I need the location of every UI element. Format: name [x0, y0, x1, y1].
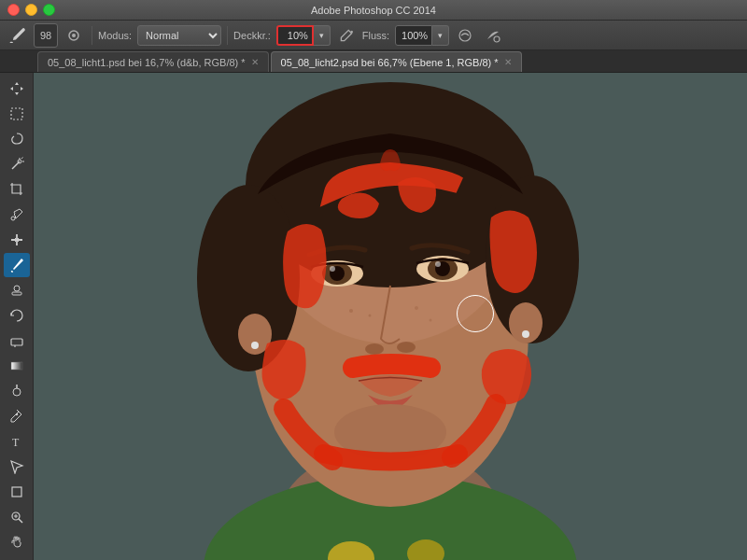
svg-point-41 — [330, 266, 335, 272]
tab-1[interactable]: 05_08_licht2.psd bei 66,7% (Ebene 1, RGB… — [271, 51, 522, 72]
separator-2 — [227, 26, 228, 45]
tool-text[interactable]: T — [4, 429, 30, 454]
svg-point-37 — [522, 330, 529, 338]
svg-point-45 — [435, 261, 441, 267]
svg-point-2 — [459, 30, 471, 41]
tool-eyedropper[interactable] — [4, 203, 30, 227]
svg-point-10 — [14, 286, 20, 291]
mode-select[interactable]: Normal Multiplizieren Abblenden — [137, 25, 221, 46]
separator-1 — [92, 26, 92, 45]
tool-stamp[interactable] — [4, 278, 30, 302]
tool-eraser[interactable] — [4, 329, 30, 353]
tab-1-close[interactable]: ✕ — [504, 57, 512, 67]
extra-brush-icon[interactable] — [481, 23, 505, 48]
window-title: Adobe Photoshop CC 2014 — [311, 5, 436, 16]
svg-rect-13 — [11, 362, 22, 370]
tool-shape[interactable] — [4, 480, 30, 504]
mode-label: Modus: — [98, 30, 132, 41]
tool-magic-wand[interactable] — [4, 152, 30, 176]
tool-gradient[interactable] — [4, 354, 30, 378]
tab-0-close[interactable]: ✕ — [251, 57, 259, 67]
flow-label: Fluss: — [362, 30, 389, 41]
svg-rect-4 — [11, 108, 22, 119]
svg-point-46 — [365, 343, 384, 355]
tool-crop[interactable] — [4, 177, 30, 202]
svg-point-50 — [415, 306, 418, 310]
tool-dodge[interactable] — [4, 379, 30, 403]
svg-point-3 — [494, 36, 500, 42]
tab-0[interactable]: 05_08_licht1.psd bei 16,7% (d&b, RGB/8) … — [37, 51, 269, 72]
smooth-icon[interactable] — [453, 23, 477, 48]
tool-history-brush[interactable] — [4, 303, 30, 328]
tool-pen[interactable] — [4, 404, 30, 428]
tool-zoom[interactable] — [4, 505, 30, 529]
tool-path-select[interactable] — [4, 455, 30, 479]
title-bar: Adobe Photoshop CC 2014 — [0, 0, 747, 21]
svg-rect-18 — [12, 487, 21, 497]
svg-point-51 — [430, 319, 432, 322]
svg-point-1 — [72, 34, 76, 37]
brush-size-preview[interactable]: 98 — [34, 23, 58, 48]
tool-brush[interactable] — [4, 253, 30, 277]
flow-group: 100% ▾ — [395, 25, 449, 46]
tool-move[interactable] — [4, 77, 30, 101]
maximize-button[interactable] — [43, 4, 55, 16]
toolbar: 98 Modus: Normal Multiplizieren Abblende… — [0, 21, 747, 50]
airbrush-icon[interactable] — [334, 23, 359, 48]
tool-lasso[interactable] — [4, 127, 30, 151]
svg-point-36 — [251, 342, 259, 349]
svg-point-49 — [369, 315, 372, 317]
svg-line-8 — [21, 158, 23, 160]
opacity-label: Deckkr.: — [233, 30, 271, 41]
main-area: T — [0, 73, 747, 560]
opacity-dropdown-btn[interactable]: ▾ — [314, 25, 331, 46]
canvas-portrait — [34, 73, 747, 560]
opacity-group: 10% ▾ — [276, 25, 331, 46]
tool-healing[interactable] — [4, 228, 30, 252]
svg-rect-12 — [11, 339, 22, 345]
svg-point-48 — [349, 309, 353, 313]
window-controls[interactable] — [7, 4, 55, 16]
svg-point-14 — [13, 388, 21, 396]
svg-line-20 — [19, 519, 22, 523]
tool-marquee[interactable] — [4, 102, 30, 126]
canvas-area[interactable] — [34, 73, 747, 560]
svg-point-16 — [15, 413, 17, 415]
svg-rect-11 — [12, 292, 21, 295]
svg-point-47 — [397, 342, 416, 353]
opacity-input[interactable]: 10% — [276, 25, 314, 46]
tool-hand[interactable] — [4, 530, 30, 554]
brush-options-icon[interactable] — [62, 23, 86, 48]
tabs-bar: 05_08_licht1.psd bei 16,7% (d&b, RGB/8) … — [0, 50, 747, 73]
flow-input[interactable]: 100% — [395, 25, 432, 46]
svg-point-9 — [11, 217, 15, 220]
minimize-button[interactable] — [25, 4, 37, 16]
close-button[interactable] — [7, 4, 20, 16]
sidebar-toolbox: T — [0, 73, 34, 560]
flow-dropdown-btn[interactable]: ▾ — [432, 25, 449, 46]
brush-tool-icon[interactable] — [6, 23, 30, 48]
svg-text:T: T — [12, 436, 20, 449]
